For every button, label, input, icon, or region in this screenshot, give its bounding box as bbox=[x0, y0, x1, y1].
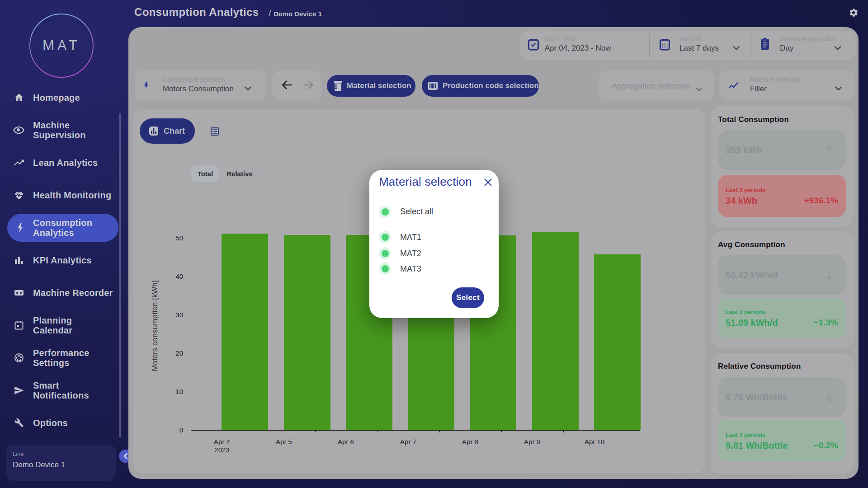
svg-text:40: 40 bbox=[175, 272, 183, 280]
svg-text:Apr 10: Apr 10 bbox=[585, 438, 604, 446]
svg-text:2023: 2023 bbox=[214, 446, 229, 454]
svg-text:MAT: MAT bbox=[42, 38, 80, 53]
svg-text:Apr 8: Apr 8 bbox=[462, 438, 478, 446]
svg-text:30: 30 bbox=[175, 311, 183, 319]
svg-text:Apr 9: Apr 9 bbox=[524, 438, 540, 446]
svg-text:0: 0 bbox=[179, 426, 183, 434]
svg-text:Apr 4: Apr 4 bbox=[214, 438, 230, 446]
svg-text:Apr 6: Apr 6 bbox=[338, 438, 354, 446]
svg-text:Apr 5: Apr 5 bbox=[276, 438, 292, 446]
svg-text:10: 10 bbox=[175, 388, 183, 395]
svg-text:Motors consumption [kWh]: Motors consumption [kWh] bbox=[151, 280, 159, 371]
svg-text:50: 50 bbox=[175, 234, 183, 242]
svg-text:20: 20 bbox=[175, 349, 183, 357]
svg-text:Apr 7: Apr 7 bbox=[400, 438, 416, 446]
